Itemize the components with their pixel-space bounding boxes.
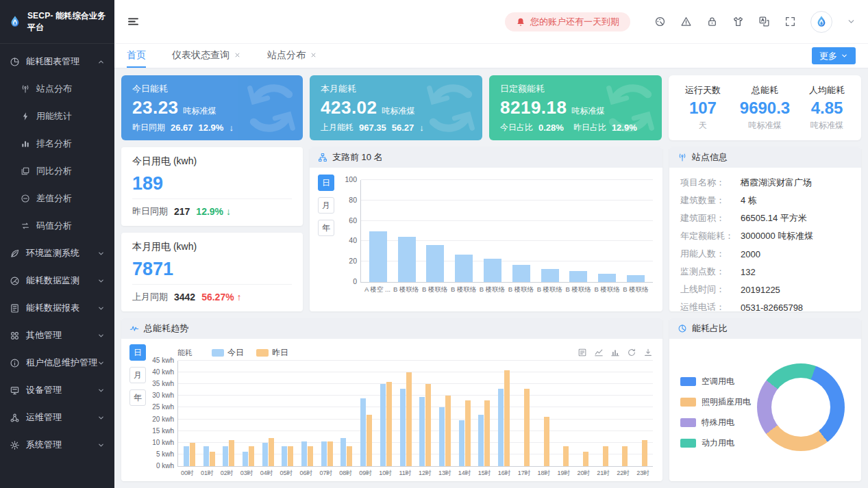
sidebar-subitem-排名分析[interactable]: 排名分析 — [0, 130, 114, 157]
fullscreen-icon[interactable] — [784, 16, 796, 27]
bar — [512, 265, 530, 282]
y-tick-label: 60 — [335, 216, 357, 224]
chevron-down-icon — [97, 250, 105, 257]
stat-unit: 天 — [685, 120, 721, 131]
sidebar-item-其他管理[interactable]: 其他管理 — [0, 322, 114, 349]
site-info-row: 项目名称：栖霞湖滨财富广场 — [680, 174, 850, 192]
tab-仪表状态查询[interactable]: 仪表状态查询 — [172, 44, 241, 68]
y-axis-title: 能耗 — [177, 348, 193, 358]
legend-item-空调用电[interactable]: 空调用电 — [680, 376, 751, 387]
stat-unit: 吨标准煤 — [809, 120, 845, 131]
bar-group — [321, 361, 333, 466]
sidebar-item-能耗数据监测[interactable]: 能耗数据监测 — [0, 267, 114, 294]
y-tick-label: 25 kwh — [147, 403, 174, 411]
period-toggle-月[interactable]: 月 — [129, 367, 146, 383]
y-tick-label: 45 kwh — [147, 357, 174, 364]
sub-label: 昨日同期 — [132, 205, 168, 218]
bar-group — [184, 361, 195, 466]
energy-trend-panel: 总能耗趋势 日月年 能耗 今日昨日 0 kwh5 kwh10 kwh15 kwh… — [121, 318, 662, 481]
more-button[interactable]: 更多 — [812, 47, 856, 64]
legend-item-动力用电[interactable]: 动力用电 — [680, 437, 751, 449]
sidebar-item-能耗数据报表[interactable]: 能耗数据报表 — [0, 294, 114, 322]
palette-icon[interactable] — [654, 16, 666, 27]
sidebar-item-能耗图表管理[interactable]: 能耗图表管理 — [0, 48, 114, 75]
bar-昨日 — [583, 452, 588, 466]
sidebar-item-租户信息维护管理[interactable]: 租户信息维护管理 — [0, 349, 114, 376]
panel-header: 支路前 10 名 — [310, 147, 662, 168]
legend-item-特殊用电[interactable]: 特殊用电 — [680, 417, 751, 428]
sidebar-item-运维管理[interactable]: 运维管理 — [0, 404, 114, 431]
gauge-icon — [10, 276, 20, 286]
user-avatar[interactable] — [810, 11, 832, 33]
month-energy-card: 本月能耗 423.02 吨标准煤 上月能耗 967.35 56.27 ↓ — [310, 75, 482, 140]
flame-logo-icon — [8, 14, 22, 30]
sidebar-subitem-码值分析[interactable]: 码值分析 — [0, 212, 114, 240]
bar-今日 — [380, 384, 386, 466]
y-tick-label: 10 kwh — [147, 439, 174, 446]
bar-group — [400, 361, 412, 466]
warning-icon[interactable] — [680, 16, 692, 27]
sidebar-item-label: 码值分析 — [36, 220, 72, 232]
sidebar-menu: 能耗图表管理站点分布用能统计排名分析同比分析差值分析码值分析环境监测系统能耗数据… — [0, 44, 114, 459]
recycle-watermark-icon — [241, 78, 301, 138]
period-toggle-日[interactable]: 日 — [129, 344, 146, 361]
line-chart-icon[interactable] — [594, 348, 604, 357]
minus-circle-icon — [21, 194, 30, 203]
topbar-right: 您的账户还有一天到期 — [505, 11, 856, 33]
sidebar-subitem-站点分布[interactable]: 站点分布 — [0, 75, 114, 103]
y-tick-label: 100 — [335, 175, 357, 183]
sidebar-item-label: 系统管理 — [26, 439, 62, 451]
sidebar-item-系统管理[interactable]: 系统管理 — [0, 431, 114, 459]
lock-icon[interactable] — [706, 16, 718, 27]
close-icon[interactable] — [234, 51, 241, 59]
legend-item-昨日[interactable]: 昨日 — [256, 347, 288, 359]
panel-header: 能耗占比 — [669, 318, 861, 339]
bar-昨日 — [484, 400, 490, 466]
sidebar-item-label: 能耗图表管理 — [26, 55, 79, 68]
chevron-down-icon[interactable] — [847, 17, 856, 26]
bar-group — [380, 361, 392, 466]
tabs: 首页仪表状态查询站点分布 — [127, 44, 317, 68]
card-value: 8219.18 — [500, 97, 567, 118]
chevron-down-icon — [97, 277, 105, 285]
bar — [627, 275, 645, 282]
bar-chart-icon[interactable] — [610, 348, 620, 357]
sub-value: 3442 — [174, 292, 195, 303]
bar-昨日 — [347, 446, 352, 466]
refresh-icon[interactable] — [627, 348, 636, 357]
bar-今日 — [184, 446, 189, 466]
x-tick-label: B 楼联络 — [478, 285, 507, 294]
sidebar-subitem-同比分析[interactable]: 同比分析 — [0, 157, 114, 185]
account-expiry-notice[interactable]: 您的账户还有一天到期 — [505, 12, 630, 31]
app-root: SECP- 能耗综合业务平台 能耗图表管理站点分布用能统计排名分析同比分析差值分… — [0, 0, 868, 488]
tab-站点分布[interactable]: 站点分布 — [267, 44, 317, 68]
legend-swatch — [680, 377, 696, 386]
y-tick-label: 5 kwh — [147, 450, 174, 458]
recycle-watermark-icon — [421, 78, 481, 138]
data-view-icon[interactable] — [578, 348, 587, 357]
row-label: 监测点数： — [680, 266, 741, 278]
menu-collapse-icon[interactable] — [127, 15, 140, 28]
period-toggle-日[interactable]: 日 — [318, 175, 334, 191]
period-toggle-年[interactable]: 年 — [129, 389, 146, 406]
power-card-value: 189 — [132, 173, 292, 194]
sidebar-item-label: 排名分析 — [36, 138, 72, 150]
sidebar-subitem-差值分析[interactable]: 差值分析 — [0, 185, 114, 212]
sidebar-subitem-用能统计[interactable]: 用能统计 — [0, 103, 114, 130]
sidebar-item-设备管理[interactable]: 设备管理 — [0, 376, 114, 404]
download-icon[interactable] — [643, 348, 653, 357]
tab-首页[interactable]: 首页 — [127, 44, 146, 68]
legend-item-今日[interactable]: 今日 — [212, 347, 244, 359]
bar-group — [262, 361, 274, 466]
translate-icon[interactable] — [758, 16, 770, 27]
period-toggle-年[interactable]: 年 — [318, 220, 334, 236]
panel-title: 能耗占比 — [692, 322, 728, 335]
tshirt-theme-icon[interactable] — [732, 16, 744, 27]
close-icon[interactable] — [310, 51, 317, 59]
sidebar-item-label: 差值分析 — [36, 192, 72, 205]
period-toggle-月[interactable]: 月 — [318, 197, 334, 214]
x-tick-label: 03时 — [237, 469, 257, 477]
middle-row: 今日用电 (kwh) 189 昨日同期 217 12.9% ↓ 本月用电 (kw… — [121, 147, 861, 311]
legend-item-照明插座用电[interactable]: 照明插座用电 — [680, 396, 751, 408]
sidebar-item-环境监测系统[interactable]: 环境监测系统 — [0, 240, 114, 267]
